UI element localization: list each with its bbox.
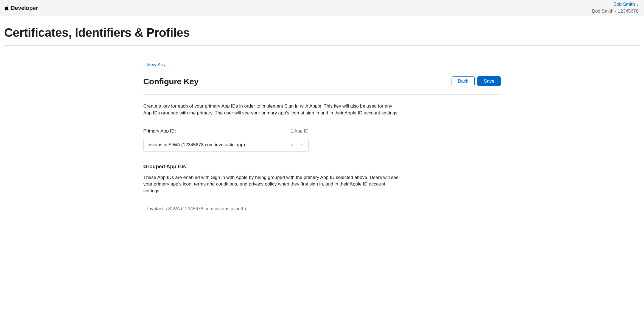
action-buttons: Back Save <box>452 76 501 86</box>
primary-app-id-row: Primary App ID: 1 App ID <box>143 128 309 135</box>
primary-app-id-select[interactable]: Invotastic SIWA (12345678.com.invotastic… <box>143 138 309 152</box>
primary-app-id-label: Primary App ID: <box>143 128 176 135</box>
grouped-app-id-item: Invotastic SIWA (12345678.com.invotastic… <box>143 206 501 212</box>
grouped-heading: Grouped App IDs <box>143 163 501 170</box>
account-name: Bob Smith <box>614 1 635 8</box>
chevron-down-icon[interactable] <box>296 142 304 148</box>
chevron-left-icon: ‹ <box>143 62 145 68</box>
top-bar: Developer Bob Smith ⌄ Bob Smith - 123456… <box>0 0 644 16</box>
select-value: Invotastic SIWA (12345678.com.invotastic… <box>147 142 287 148</box>
brand[interactable]: Developer <box>4 4 38 12</box>
back-button[interactable]: Back <box>452 76 475 86</box>
primary-app-id-count: 1 App ID <box>291 128 309 135</box>
back-link[interactable]: ‹ View Key <box>143 61 166 68</box>
clear-icon[interactable]: × <box>287 141 296 148</box>
team-line: Bob Smith - 12345678 <box>592 8 639 15</box>
description-text: Create a key for each of your primary Ap… <box>143 103 401 116</box>
select-controls: × <box>287 141 304 148</box>
account-menu[interactable]: Bob Smith ⌄ <box>614 1 639 8</box>
section-header: Configure Key Back Save <box>143 75 501 95</box>
brand-text: Developer <box>11 4 38 12</box>
section-title: Configure Key <box>143 75 198 88</box>
apple-logo-icon <box>4 5 9 11</box>
account-block: Bob Smith ⌄ Bob Smith - 12345678 <box>592 1 639 15</box>
back-link-label: View Key <box>146 61 166 68</box>
page-title: Certificates, Identifiers & Profiles <box>4 16 640 46</box>
chevron-down-icon: ⌄ <box>636 3 639 7</box>
save-button[interactable]: Save <box>477 76 501 86</box>
grouped-description: These App IDs are enabled with Sign in w… <box>143 174 401 195</box>
